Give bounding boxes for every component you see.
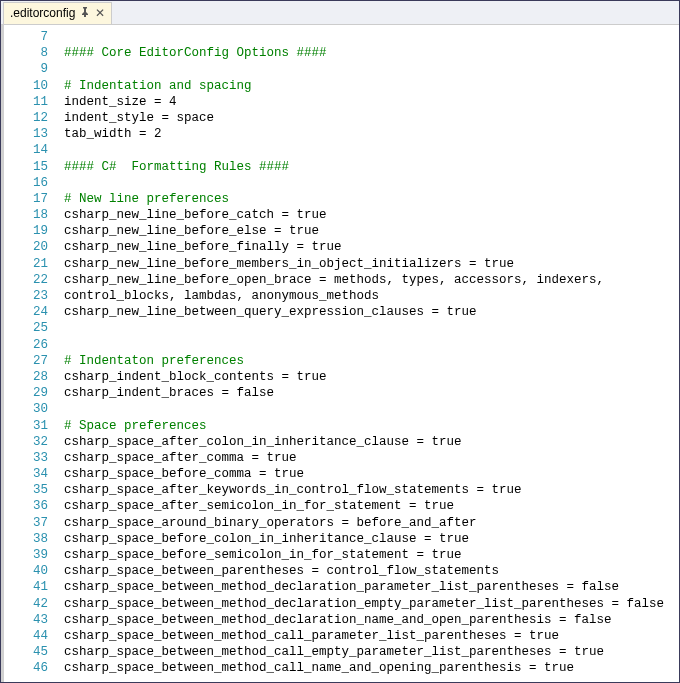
line-number: 8 [18,45,48,61]
comment-text: # Space preferences [64,419,207,433]
comment-text: #### C# Formatting Rules #### [64,160,289,174]
code-line[interactable] [64,320,679,336]
line-number: 36 [18,498,48,514]
line-number: 27 [18,353,48,369]
line-number: 14 [18,142,48,158]
code-line[interactable]: csharp_space_after_keywords_in_control_f… [64,482,679,498]
pin-icon[interactable] [81,7,89,19]
line-number: 28 [18,369,48,385]
line-number: 23 [18,288,48,304]
comment-text: # New line preferences [64,192,229,206]
line-number: 29 [18,385,48,401]
line-number: 32 [18,434,48,450]
code-line[interactable]: csharp_space_before_colon_in_inheritance… [64,531,679,547]
code-line[interactable]: csharp_space_between_method_call_paramet… [64,628,679,644]
line-number: 16 [18,175,48,191]
code-line[interactable]: csharp_new_line_before_else = true [64,223,679,239]
code-line[interactable]: csharp_space_after_colon_in_inheritance_… [64,434,679,450]
comment-text: #### Core EditorConfig Options #### [64,46,327,60]
line-number: 33 [18,450,48,466]
close-icon[interactable]: ✕ [95,7,105,19]
editor: 7891011121314151617181920212223242526272… [1,25,679,682]
comment-text: # Indentation and spacing [64,79,252,93]
line-number: 31 [18,418,48,434]
code-line[interactable]: # Indentation and spacing [64,78,679,94]
code-area[interactable]: #### Core EditorConfig Options ##### Ind… [56,25,679,682]
code-line[interactable] [64,142,679,158]
line-number: 26 [18,337,48,353]
line-number: 45 [18,644,48,660]
code-line[interactable]: control_blocks, lambdas, anonymous_metho… [64,288,679,304]
line-number: 18 [18,207,48,223]
code-line[interactable] [64,401,679,417]
code-line[interactable]: csharp_space_before_comma = true [64,466,679,482]
code-line[interactable]: csharp_space_between_method_declaration_… [64,612,679,628]
line-number: 46 [18,660,48,676]
line-number: 24 [18,304,48,320]
line-number: 38 [18,531,48,547]
comment-text: # Indentaton preferences [64,354,244,368]
code-line[interactable]: csharp_new_line_before_open_brace = meth… [64,272,679,288]
code-line[interactable]: csharp_space_between_method_call_name_an… [64,660,679,676]
line-number: 11 [18,94,48,110]
code-line[interactable]: csharp_space_between_parentheses = contr… [64,563,679,579]
code-line[interactable] [64,61,679,77]
line-number: 41 [18,579,48,595]
line-number: 19 [18,223,48,239]
line-number: 10 [18,78,48,94]
code-line[interactable]: #### Core EditorConfig Options #### [64,45,679,61]
tab-bar: .editorconfig ✕ [1,1,679,25]
code-line[interactable]: # Indentaton preferences [64,353,679,369]
code-line[interactable]: csharp_space_after_comma = true [64,450,679,466]
line-number: 42 [18,596,48,612]
line-number: 25 [18,320,48,336]
code-line[interactable]: #### C# Formatting Rules #### [64,159,679,175]
line-number: 7 [18,29,48,45]
line-number: 17 [18,191,48,207]
line-number: 9 [18,61,48,77]
code-line[interactable]: csharp_space_after_semicolon_in_for_stat… [64,498,679,514]
line-number: 40 [18,563,48,579]
code-line[interactable]: csharp_space_between_method_declaration_… [64,596,679,612]
tab-label: .editorconfig [10,6,75,20]
code-line[interactable] [64,29,679,45]
code-line[interactable] [64,337,679,353]
line-number: 34 [18,466,48,482]
code-line[interactable] [64,175,679,191]
code-line[interactable]: indent_style = space [64,110,679,126]
line-number: 35 [18,482,48,498]
code-line[interactable]: csharp_indent_braces = false [64,385,679,401]
code-line[interactable]: csharp_new_line_before_members_in_object… [64,256,679,272]
code-line[interactable]: csharp_new_line_between_query_expression… [64,304,679,320]
line-number: 22 [18,272,48,288]
code-line[interactable]: # Space preferences [64,418,679,434]
code-line[interactable]: csharp_indent_block_contents = true [64,369,679,385]
line-number: 37 [18,515,48,531]
tab-editorconfig[interactable]: .editorconfig ✕ [3,2,112,24]
code-line[interactable]: csharp_new_line_before_finally = true [64,239,679,255]
code-line[interactable]: # New line preferences [64,191,679,207]
line-number: 44 [18,628,48,644]
line-number: 20 [18,239,48,255]
line-number: 13 [18,126,48,142]
line-number: 15 [18,159,48,175]
line-number: 12 [18,110,48,126]
code-line[interactable]: indent_size = 4 [64,94,679,110]
code-line[interactable]: csharp_space_between_method_declaration_… [64,579,679,595]
line-number: 21 [18,256,48,272]
code-line[interactable]: tab_width = 2 [64,126,679,142]
line-number: 39 [18,547,48,563]
code-line[interactable]: csharp_space_before_semicolon_in_for_sta… [64,547,679,563]
code-line[interactable]: csharp_space_between_method_call_empty_p… [64,644,679,660]
gutter-spacer [4,25,18,682]
code-line[interactable]: csharp_space_around_binary_operators = b… [64,515,679,531]
line-number: 43 [18,612,48,628]
code-line[interactable]: csharp_new_line_before_catch = true [64,207,679,223]
line-number-gutter: 7891011121314151617181920212223242526272… [18,25,56,682]
line-number: 30 [18,401,48,417]
